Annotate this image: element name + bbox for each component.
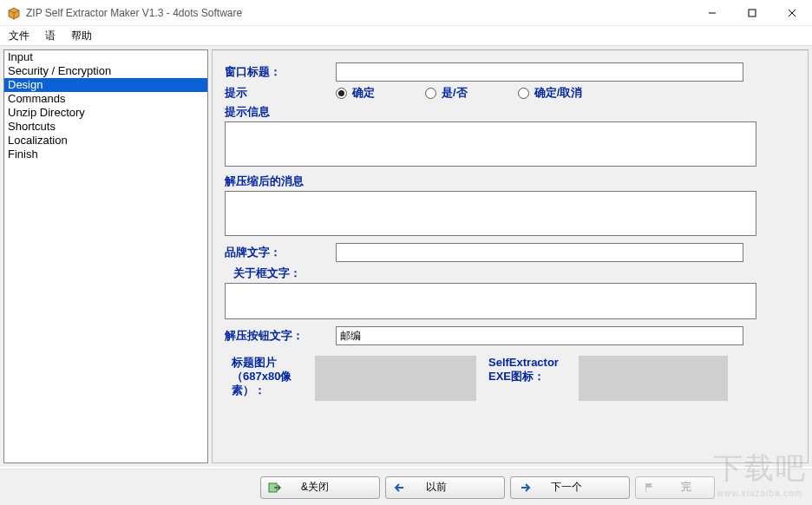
previous-button[interactable]: 以前 <box>385 476 505 499</box>
sidebar-item-commands[interactable]: Commands <box>4 92 207 106</box>
prompt-radio-group: 确定 是/否 确定/取消 <box>336 85 582 101</box>
exe-icon-label: SelfExtractor EXE图标： <box>481 356 579 401</box>
sidebar-item-unzip-directory[interactable]: Unzip Directory <box>4 106 207 120</box>
prompt-radio-okcancel[interactable]: 确定/取消 <box>518 85 583 101</box>
menu-language[interactable]: 语 <box>45 29 56 43</box>
button-label: 以前 <box>426 480 447 495</box>
arrow-left-icon <box>393 481 407 495</box>
finish-button: 完 <box>635 476 715 499</box>
after-unzip-input[interactable] <box>225 191 756 236</box>
maximize-button[interactable] <box>732 0 772 25</box>
close-window-button[interactable] <box>772 0 812 25</box>
window-title: ZIP Self Extractor Maker V1.3 - 4dots So… <box>26 7 692 19</box>
sidebar-item-security[interactable]: Security / Encryption <box>4 64 207 78</box>
prompt-radio-yesno[interactable]: 是/否 <box>425 85 468 101</box>
prompt-radio-ok[interactable]: 确定 <box>336 85 375 101</box>
button-label: 下一个 <box>551 480 582 495</box>
close-button[interactable]: &关闭 <box>260 476 380 499</box>
after-unzip-label: 解压缩后的消息 <box>225 174 796 189</box>
design-panel: 窗口标题： 提示 确定 是/否 确定/取消 提示信息 <box>212 49 809 463</box>
exe-icon-preview[interactable] <box>579 356 728 401</box>
button-label: &关闭 <box>301 480 329 495</box>
window-controls <box>692 0 812 25</box>
sidebar-item-finish[interactable]: Finish <box>4 148 207 161</box>
radio-label: 是/否 <box>442 85 468 101</box>
prompt-label: 提示 <box>225 85 336 101</box>
close-exit-icon <box>268 481 282 495</box>
button-label: 完 <box>681 480 691 495</box>
radio-label: 确定/取消 <box>534 85 583 101</box>
about-box-label: 关于框文字： <box>233 266 796 281</box>
sidebar-item-design[interactable]: Design <box>4 78 207 92</box>
window-title-input[interactable] <box>336 62 743 82</box>
title-bar: ZIP Self Extractor Maker V1.3 - 4dots So… <box>0 0 812 26</box>
brand-text-input[interactable] <box>336 243 743 262</box>
flag-icon <box>643 481 657 495</box>
brand-text-label: 品牌文字： <box>225 245 336 260</box>
prompt-info-label: 提示信息 <box>225 104 796 120</box>
about-box-input[interactable] <box>225 283 756 319</box>
arrow-right-icon <box>518 481 532 495</box>
unzip-button-text-label: 解压按钮文字： <box>225 328 336 344</box>
content-area: Input Security / Encryption Design Comma… <box>0 45 812 467</box>
radio-icon <box>425 88 436 99</box>
window-title-label: 窗口标题： <box>225 64 336 80</box>
prompt-info-input[interactable] <box>225 121 756 167</box>
sidebar-item-shortcuts[interactable]: Shortcuts <box>4 120 207 134</box>
svg-rect-3 <box>749 10 756 16</box>
sidebar-item-localization[interactable]: Localization <box>4 134 207 148</box>
radio-icon <box>518 88 529 99</box>
header-image-preview[interactable] <box>315 356 476 401</box>
next-button[interactable]: 下一个 <box>510 476 630 499</box>
radio-label: 确定 <box>352 85 375 101</box>
app-icon <box>7 6 21 20</box>
steps-sidebar: Input Security / Encryption Design Comma… <box>3 49 208 463</box>
wizard-button-bar: &关闭 以前 下一个 完 <box>0 469 812 505</box>
menu-bar: 文件 语 帮助 <box>0 26 812 45</box>
minimize-button[interactable] <box>692 0 732 25</box>
menu-file[interactable]: 文件 <box>9 29 29 43</box>
menu-help[interactable]: 帮助 <box>71 29 92 43</box>
sidebar-item-input[interactable]: Input <box>4 50 207 64</box>
unzip-button-text-input[interactable] <box>336 326 743 345</box>
radio-icon <box>336 88 347 99</box>
header-image-label: 标题图片（687x80像素）： <box>225 356 315 401</box>
image-row: 标题图片（687x80像素）： SelfExtractor EXE图标： <box>225 356 796 401</box>
